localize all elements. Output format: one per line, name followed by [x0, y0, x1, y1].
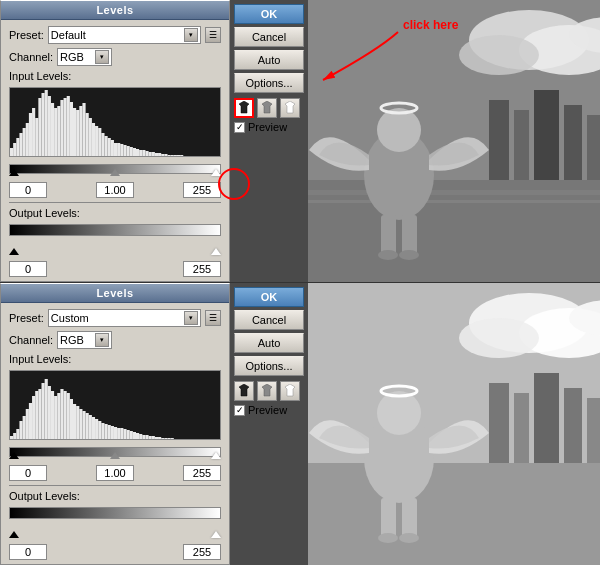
- svg-rect-117: [123, 429, 126, 439]
- svg-rect-25: [89, 118, 92, 156]
- output-min-top[interactable]: [9, 261, 47, 277]
- svg-rect-18: [67, 96, 70, 156]
- preset-select-bottom[interactable]: Custom ▾: [48, 309, 201, 327]
- output-min-bottom[interactable]: [9, 544, 47, 560]
- svg-rect-54: [180, 155, 183, 156]
- mid-slider-handle-top[interactable]: [110, 169, 120, 176]
- preset-value-top: Default: [51, 29, 86, 41]
- svg-rect-71: [308, 190, 600, 195]
- preset-row-bottom: Preset: Custom ▾ ☰: [9, 309, 221, 327]
- input-mid-top[interactable]: [96, 182, 134, 198]
- input-max-top[interactable]: [183, 182, 221, 198]
- input-levels-label-top: Input Levels:: [9, 70, 221, 82]
- preset-select-top[interactable]: Default ▾: [48, 26, 201, 44]
- svg-rect-101: [73, 404, 76, 439]
- svg-rect-129: [161, 438, 164, 439]
- ok-button-top[interactable]: OK: [234, 4, 304, 24]
- svg-rect-42: [142, 150, 145, 156]
- svg-rect-2: [16, 138, 19, 156]
- svg-rect-43: [145, 151, 148, 156]
- channel-select-bottom[interactable]: RGB ▾: [57, 331, 112, 349]
- svg-rect-106: [89, 415, 92, 439]
- output-max-top[interactable]: [183, 261, 221, 277]
- svg-rect-0: [10, 148, 13, 156]
- svg-rect-17: [64, 98, 67, 156]
- photo-area-top: click here: [308, 0, 600, 282]
- svg-rect-11: [45, 90, 48, 156]
- svg-rect-123: [142, 435, 145, 439]
- output-slider-bottom[interactable]: [9, 524, 221, 538]
- svg-rect-97: [60, 389, 63, 439]
- input-min-bottom[interactable]: [9, 465, 47, 481]
- white-slider-handle-bottom[interactable]: [211, 452, 221, 459]
- output-white-handle-top[interactable]: [211, 248, 221, 255]
- svg-rect-108: [95, 419, 98, 439]
- svg-rect-145: [308, 463, 600, 565]
- preview-checkbox-bottom[interactable]: ✓: [234, 405, 245, 416]
- white-eyedropper-bottom[interactable]: [280, 381, 300, 401]
- svg-rect-92: [45, 379, 48, 439]
- svg-rect-105: [86, 413, 89, 439]
- top-panel: Levels Preset: Default ▾ ☰ Channel: RGB: [0, 0, 600, 282]
- channel-arrow-top[interactable]: ▾: [95, 50, 109, 64]
- svg-point-74: [377, 108, 421, 152]
- histogram-bottom: [9, 370, 221, 440]
- svg-rect-128: [158, 437, 161, 439]
- svg-rect-9: [38, 98, 41, 156]
- svg-rect-98: [64, 391, 67, 439]
- svg-rect-149: [381, 498, 396, 538]
- white-eyedropper-top[interactable]: [280, 98, 300, 118]
- svg-rect-26: [92, 123, 95, 156]
- mid-slider-handle-bottom[interactable]: [110, 452, 120, 459]
- output-black-handle-bottom[interactable]: [9, 531, 19, 538]
- black-slider-handle-bottom[interactable]: [9, 452, 19, 459]
- output-white-handle-bottom[interactable]: [211, 531, 221, 538]
- input-slider-top[interactable]: [9, 162, 221, 176]
- options-button-bottom[interactable]: Options...: [234, 356, 304, 376]
- bottom-panel: Levels Preset: Custom ▾ ☰ Channel: RGB: [0, 283, 600, 565]
- svg-rect-125: [149, 436, 152, 439]
- preset-menu-btn-top[interactable]: ☰: [205, 27, 221, 43]
- preset-arrow-bottom[interactable]: ▾: [184, 311, 198, 325]
- input-max-bottom[interactable]: [183, 465, 221, 481]
- input-slider-bottom[interactable]: [9, 445, 221, 459]
- auto-button-top[interactable]: Auto: [234, 50, 304, 70]
- preview-checkbox-top[interactable]: ✓: [234, 122, 245, 133]
- svg-rect-30: [105, 136, 108, 156]
- preset-arrow-top[interactable]: ▾: [184, 28, 198, 42]
- gray-eyedropper-top[interactable]: [257, 98, 277, 118]
- channel-select-top[interactable]: RGB ▾: [57, 48, 112, 66]
- svg-rect-31: [108, 138, 111, 156]
- svg-rect-50: [168, 155, 171, 156]
- svg-rect-84: [19, 421, 22, 439]
- svg-rect-132: [171, 438, 174, 439]
- output-slider-top[interactable]: [9, 241, 221, 255]
- output-black-handle-top[interactable]: [9, 248, 19, 255]
- auto-button-bottom[interactable]: Auto: [234, 333, 304, 353]
- svg-rect-85: [23, 416, 26, 439]
- cancel-button-top[interactable]: Cancel: [234, 27, 304, 47]
- cancel-button-bottom[interactable]: Cancel: [234, 310, 304, 330]
- gray-eyedropper-bottom[interactable]: [257, 381, 277, 401]
- svg-rect-45: [152, 152, 155, 156]
- histogram-svg-bottom: [10, 371, 220, 439]
- input-mid-bottom[interactable]: [96, 465, 134, 481]
- svg-point-152: [399, 533, 419, 543]
- ok-button-bottom[interactable]: OK: [234, 287, 304, 307]
- input-min-top[interactable]: [9, 182, 47, 198]
- histogram-svg-top: [10, 88, 220, 156]
- black-eyedropper-top[interactable]: [234, 98, 254, 118]
- options-button-top[interactable]: Options...: [234, 73, 304, 93]
- photo-area-bottom: [308, 283, 600, 565]
- black-eyedropper-bottom[interactable]: [234, 381, 254, 401]
- output-max-bottom[interactable]: [183, 544, 221, 560]
- eyedroppers-bottom: [234, 381, 304, 401]
- preset-menu-btn-bottom[interactable]: ☰: [205, 310, 221, 326]
- preview-row-bottom: ✓ Preview: [234, 404, 304, 416]
- black-slider-handle-top[interactable]: [9, 169, 19, 176]
- white-slider-handle-top[interactable]: [211, 169, 221, 176]
- svg-rect-131: [168, 438, 171, 439]
- svg-rect-14: [54, 108, 57, 156]
- channel-arrow-bottom[interactable]: ▾: [95, 333, 109, 347]
- svg-rect-16: [60, 100, 63, 156]
